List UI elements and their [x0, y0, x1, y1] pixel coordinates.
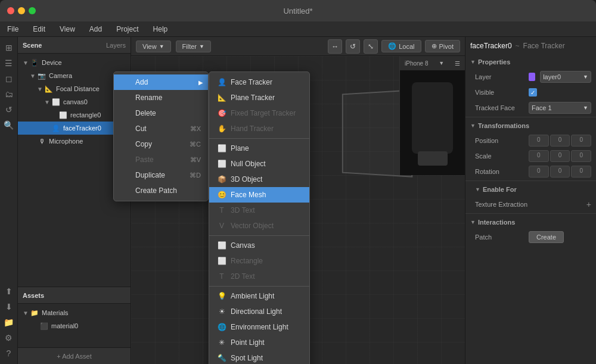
tree-arrow: ▼: [23, 310, 30, 316]
scale-y-input[interactable]: 0: [550, 150, 570, 162]
add-face-tracker[interactable]: 👤 Face Tracker: [209, 74, 309, 90]
add-plane-tracker[interactable]: 📐 Plane Tracker: [209, 90, 309, 105]
menu-help[interactable]: Help: [151, 24, 170, 35]
rotation-x-input[interactable]: 0: [529, 166, 549, 178]
assets-header: Assets: [18, 287, 131, 304]
patch-label: Patch: [475, 234, 529, 241]
texture-add-icon[interactable]: +: [586, 200, 591, 209]
menu-project[interactable]: Project: [114, 24, 141, 35]
rotation-y-input[interactable]: 0: [550, 166, 570, 178]
context-add-item[interactable]: Add: [114, 74, 208, 90]
add-face-mesh[interactable]: 😊 Face Mesh: [209, 187, 309, 203]
menu-view[interactable]: View: [57, 24, 77, 35]
menu-edit[interactable]: Edit: [30, 24, 48, 35]
rotation-z-input[interactable]: 0: [571, 166, 591, 178]
device-menu-icon[interactable]: ☰: [455, 60, 460, 67]
add-directional-light[interactable]: ☀ Directional Light: [209, 304, 309, 319]
add-ambient-light[interactable]: 💡 Ambient Light: [209, 288, 309, 304]
objects-icon[interactable]: ◻: [3, 73, 15, 85]
maximize-button[interactable]: [29, 7, 36, 14]
add-point-light[interactable]: ✳ Point Light: [209, 335, 309, 350]
context-copy-item[interactable]: Copy ⌘C: [114, 136, 208, 152]
add-3d-object[interactable]: 📦 3D Object: [209, 172, 309, 187]
paste-shortcut: ⌘V: [190, 156, 201, 164]
enable-for-header[interactable]: Enable For: [465, 182, 596, 197]
scale-z-input[interactable]: 0: [571, 150, 591, 162]
settings-icon[interactable]: ⚙: [3, 332, 15, 344]
context-duplicate-item[interactable]: Duplicate ⌘D: [114, 167, 208, 183]
add-canvas[interactable]: ⬜ Canvas: [209, 238, 309, 253]
pivot-button[interactable]: ⊕ Pivot: [425, 40, 460, 52]
add-fixed-tracker: 🎯 Fixed Target Tracker: [209, 105, 309, 121]
position-y-input[interactable]: 0: [550, 135, 570, 147]
menu-add[interactable]: Add: [87, 24, 104, 35]
add-spot-light[interactable]: 🔦 Spot Light: [209, 350, 309, 364]
tracked-face-select[interactable]: Face 1 ▼: [529, 102, 591, 114]
download-icon[interactable]: ⬇: [3, 301, 15, 313]
add-asset-button[interactable]: + Add Asset: [18, 347, 131, 364]
context-createpatch-item[interactable]: Create Patch: [114, 183, 208, 198]
help-icon[interactable]: ?: [3, 347, 15, 359]
layer-chevron-icon: ▼: [583, 74, 588, 80]
properties-section-label: Properties: [478, 58, 510, 66]
window-title: Untitled*: [283, 7, 312, 15]
effects-icon[interactable]: ↺: [3, 104, 15, 116]
tree-label-material0: material0: [51, 322, 78, 329]
interactions-header[interactable]: Interactions: [465, 215, 596, 229]
close-button[interactable]: [7, 7, 14, 14]
sep2: [209, 235, 309, 236]
search-icon[interactable]: 🔍: [3, 119, 15, 131]
view-button[interactable]: View ▼: [136, 41, 171, 52]
tree-item-materials[interactable]: ▼ 📁 Materials: [18, 306, 131, 319]
menu-file[interactable]: File: [5, 24, 21, 35]
edit-context-menu: Add Rename Delete Cut ⌘X Copy ⌘C: [113, 71, 209, 201]
filter-button[interactable]: Filter ▼: [176, 41, 211, 52]
add-environment-light[interactable]: 🌐 Environment Light: [209, 319, 309, 335]
add-vector-obj: V Vector Object: [209, 218, 309, 234]
scale-tool-icon[interactable]: ⤡: [364, 39, 378, 54]
layers-tab[interactable]: Layers: [106, 42, 126, 49]
context-rename-item[interactable]: Rename: [114, 90, 208, 105]
face-tracker-label: Face Tracker: [231, 78, 272, 86]
rotation-label: Rotation: [475, 168, 529, 175]
context-cut-item[interactable]: Cut ⌘X: [114, 121, 208, 136]
scale-x-input[interactable]: 0: [529, 150, 549, 162]
minimize-button[interactable]: [18, 7, 25, 14]
properties-section-header[interactable]: Properties: [465, 55, 596, 69]
context-delete-item[interactable]: Delete: [114, 105, 208, 121]
position-x-input[interactable]: 0: [529, 135, 549, 147]
visible-checkbox[interactable]: ✓: [529, 88, 537, 97]
properties-title: faceTracker0 ~ Face Tracker: [465, 37, 596, 55]
folder-icon[interactable]: 📁: [3, 316, 15, 328]
transformations-header[interactable]: Transformations: [465, 119, 596, 133]
delete-label: Delete: [135, 109, 156, 117]
preview-button2[interactable]: [433, 151, 447, 166]
tree-item-device[interactable]: ▼ 📱 Device: [18, 56, 131, 69]
tree-arrow: ▼: [23, 60, 30, 66]
local-button[interactable]: 🌐 Local: [381, 40, 421, 52]
layer-select[interactable]: layer0 ▼: [540, 71, 591, 83]
createpatch-label: Create Patch: [135, 186, 177, 195]
create-patch-button[interactable]: Create: [529, 231, 564, 243]
add-plane[interactable]: ⬜ Plane: [209, 141, 309, 156]
visible-label: Visible: [475, 89, 529, 96]
add-null-object[interactable]: ⬜ Null Object: [209, 156, 309, 172]
rect-icon: ⬜: [58, 110, 68, 120]
assets-icon[interactable]: 🗂: [3, 88, 15, 100]
add-hand-tracker: ✋ Hand Tracker: [209, 121, 309, 136]
hand-tracker-label: Hand Tracker: [231, 125, 274, 133]
rotate-tool-icon[interactable]: ↺: [346, 39, 360, 54]
upload-icon[interactable]: ⬆: [3, 285, 15, 297]
device-chevron-icon[interactable]: ▼: [439, 60, 444, 66]
scene-icon[interactable]: ⊞: [3, 42, 15, 54]
position-inputs: 0 0 0: [529, 135, 591, 147]
pivot-label: Pivot: [439, 43, 454, 50]
move-tool-icon[interactable]: ↔: [328, 39, 342, 54]
cut-label: Cut: [135, 125, 147, 133]
left-toolbar: ⊞ ☰ ◻ 🗂 ↺ 🔍 ⬆ ⬇ 📁 ⚙ ?: [0, 37, 18, 364]
position-z-input[interactable]: 0: [571, 135, 591, 147]
tree-item-material0[interactable]: ⬛ material0: [18, 319, 131, 332]
duplicate-shortcut: ⌘D: [190, 172, 201, 179]
materials-folder-icon: 📁: [30, 308, 39, 318]
layers-icon[interactable]: ☰: [3, 57, 15, 69]
